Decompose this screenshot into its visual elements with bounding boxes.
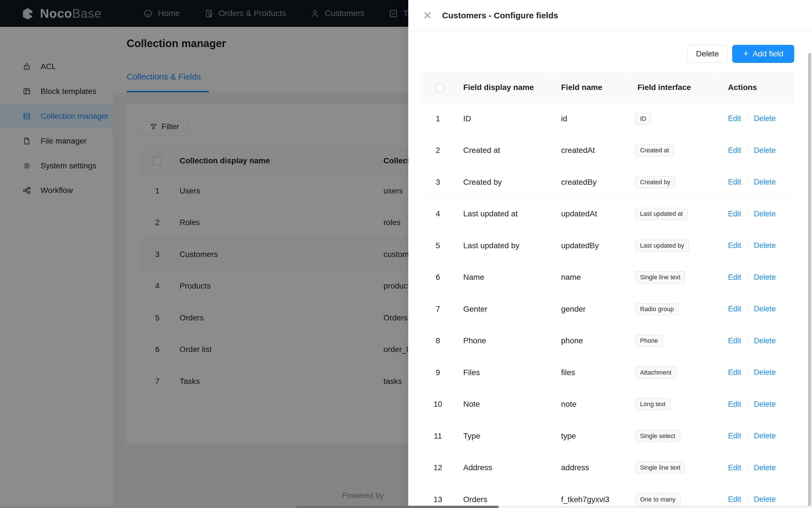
field-name-cell: updatedBy bbox=[561, 230, 599, 261]
delete-link[interactable]: Delete bbox=[754, 463, 776, 472]
row-index: 8 bbox=[430, 325, 446, 357]
action-divider bbox=[748, 210, 748, 218]
delete-link[interactable]: Delete bbox=[754, 305, 776, 313]
field-name-cell: address bbox=[561, 452, 589, 484]
edit-link[interactable]: Edit bbox=[728, 431, 741, 440]
table-row[interactable]: 5 Last updated by updatedBy Last updated… bbox=[420, 230, 794, 262]
edit-link[interactable]: Edit bbox=[728, 400, 741, 409]
action-divider bbox=[748, 368, 748, 377]
field-display-name-cell: Created at bbox=[463, 135, 500, 166]
column-header-actions[interactable]: Actions bbox=[728, 72, 757, 103]
field-interface-tag: ID bbox=[635, 113, 651, 125]
horizontal-scrollbar-thumb[interactable] bbox=[297, 506, 498, 508]
delete-button[interactable]: Delete bbox=[687, 45, 727, 63]
delete-link[interactable]: Delete bbox=[754, 368, 776, 377]
actions-cell: Edit Delete bbox=[728, 293, 776, 325]
delete-link[interactable]: Delete bbox=[754, 210, 776, 218]
table-row[interactable]: 12 Address address Single line text Edit… bbox=[420, 452, 794, 484]
action-divider bbox=[748, 178, 748, 186]
row-index: 4 bbox=[430, 198, 446, 230]
drawer-scrollbar-thumb[interactable] bbox=[808, 53, 811, 508]
delete-link[interactable]: Delete bbox=[754, 495, 776, 504]
actions-cell: Edit Delete bbox=[728, 262, 776, 293]
select-all-checkbox[interactable] bbox=[435, 83, 444, 92]
column-separator bbox=[551, 80, 551, 94]
action-divider bbox=[748, 495, 748, 504]
fields-table: Field display name Field name Field inte… bbox=[420, 72, 794, 508]
table-row[interactable]: 13 Orders f_tkeh7gyxvi3 One to many Edit… bbox=[420, 484, 794, 508]
field-display-name-cell: Type bbox=[463, 420, 481, 452]
edit-link[interactable]: Edit bbox=[728, 495, 741, 504]
field-display-name-cell: Orders bbox=[463, 484, 488, 508]
actions-cell: Edit Delete bbox=[728, 103, 776, 134]
table-row[interactable]: 8 Phone phone Phone Edit Delete bbox=[420, 325, 794, 357]
table-row[interactable]: 9 Files files Attachment Edit Delete bbox=[420, 357, 794, 389]
row-index: 5 bbox=[430, 230, 446, 261]
column-header-field-display-name[interactable]: Field display name bbox=[463, 72, 534, 103]
field-name-cell: createdBy bbox=[561, 166, 597, 198]
field-display-name-cell: Genter bbox=[463, 293, 488, 325]
action-divider bbox=[748, 400, 748, 409]
table-row[interactable]: 10 Note note Long text Edit Delete bbox=[420, 389, 794, 421]
add-field-button-label: Add field bbox=[753, 49, 783, 58]
horizontal-scrollbar-track[interactable] bbox=[498, 506, 812, 508]
field-name-cell: type bbox=[561, 420, 576, 452]
row-index: 13 bbox=[430, 484, 446, 508]
table-row[interactable]: 2 Created at createdAt Created at Edit D… bbox=[420, 135, 794, 167]
edit-link[interactable]: Edit bbox=[728, 337, 741, 345]
edit-link[interactable]: Edit bbox=[728, 146, 741, 155]
field-interface-tag: Radio group bbox=[635, 303, 679, 315]
delete-link[interactable]: Delete bbox=[754, 273, 776, 282]
table-row[interactable]: 6 Name name Single line text Edit Delete bbox=[420, 262, 794, 294]
actions-cell: Edit Delete bbox=[728, 135, 776, 166]
drawer-title: Customers - Configure fields bbox=[442, 0, 558, 31]
delete-button-label: Delete bbox=[696, 49, 719, 58]
delete-link[interactable]: Delete bbox=[754, 337, 776, 345]
field-interface-cell: Last updated by bbox=[635, 230, 689, 261]
configure-fields-drawer: ✕ Customers - Configure fields Delete + … bbox=[408, 0, 812, 508]
actions-cell: Edit Delete bbox=[728, 389, 776, 420]
table-row[interactable]: 3 Created by createdBy Created by Edit D… bbox=[420, 166, 794, 198]
delete-link[interactable]: Delete bbox=[754, 431, 776, 440]
edit-link[interactable]: Edit bbox=[728, 210, 741, 218]
field-name-cell: note bbox=[561, 389, 577, 420]
edit-link[interactable]: Edit bbox=[728, 305, 741, 313]
delete-link[interactable]: Delete bbox=[754, 400, 776, 409]
edit-link[interactable]: Edit bbox=[728, 241, 741, 250]
edit-link[interactable]: Edit bbox=[728, 273, 741, 282]
horizontal-scrollbar-track[interactable] bbox=[0, 506, 297, 508]
actions-cell: Edit Delete bbox=[728, 230, 776, 261]
field-name-cell: f_tkeh7gyxvi3 bbox=[561, 484, 609, 508]
field-display-name-cell: Phone bbox=[463, 325, 486, 357]
close-icon[interactable]: ✕ bbox=[423, 0, 432, 31]
edit-link[interactable]: Edit bbox=[728, 114, 741, 123]
row-index: 10 bbox=[430, 389, 446, 420]
column-separator bbox=[718, 80, 718, 94]
delete-link[interactable]: Delete bbox=[754, 146, 776, 155]
delete-link[interactable]: Delete bbox=[754, 241, 776, 250]
row-index: 11 bbox=[430, 420, 446, 452]
table-row[interactable]: 11 Type type Single select Edit Delete bbox=[420, 420, 794, 452]
field-interface-tag: Long text bbox=[635, 398, 671, 410]
column-header-field-name[interactable]: Field name bbox=[561, 72, 602, 103]
field-interface-cell: Last updated at bbox=[635, 198, 688, 230]
table-row[interactable]: 7 Genter gender Radio group Edit Delete bbox=[420, 293, 794, 325]
add-field-button[interactable]: + Add field bbox=[732, 45, 794, 63]
column-header-field-interface[interactable]: Field interface bbox=[637, 72, 691, 103]
table-row[interactable]: 1 ID id ID Edit Delete bbox=[420, 103, 794, 135]
edit-link[interactable]: Edit bbox=[728, 178, 741, 186]
row-index: 3 bbox=[430, 166, 446, 198]
delete-link[interactable]: Delete bbox=[754, 114, 776, 123]
field-interface-tag: Attachment bbox=[635, 367, 676, 379]
field-interface-cell: One to many bbox=[635, 484, 680, 508]
edit-link[interactable]: Edit bbox=[728, 463, 741, 472]
field-interface-cell: Single line text bbox=[635, 452, 685, 484]
field-interface-cell: Created at bbox=[635, 135, 674, 166]
edit-link[interactable]: Edit bbox=[728, 368, 741, 377]
field-display-name-cell: Note bbox=[463, 389, 480, 420]
field-name-cell: phone bbox=[561, 325, 583, 357]
row-index: 1 bbox=[430, 103, 446, 134]
table-row[interactable]: 4 Last updated at updatedAt Last updated… bbox=[420, 198, 794, 230]
actions-cell: Edit Delete bbox=[728, 484, 776, 508]
delete-link[interactable]: Delete bbox=[754, 178, 776, 186]
